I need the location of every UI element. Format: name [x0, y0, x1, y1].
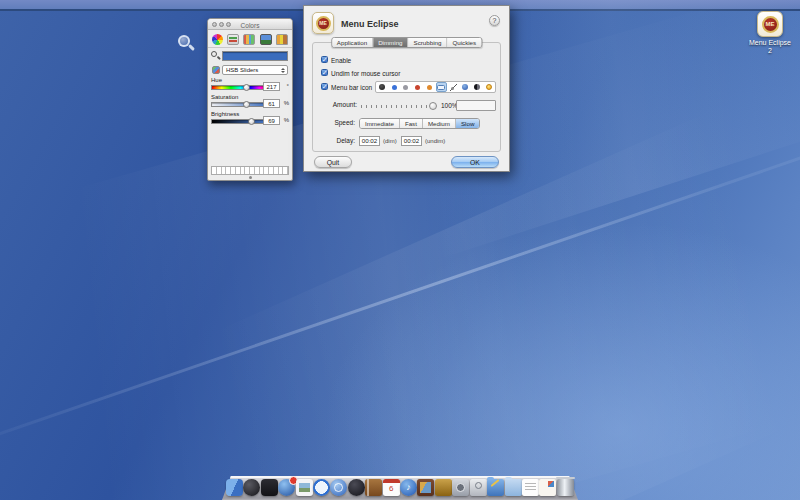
brightness-slider[interactable]	[211, 119, 270, 124]
saturation-slider-thumb[interactable]	[243, 101, 250, 108]
menu-rect-option[interactable]	[436, 82, 447, 92]
yellow-sun-icon	[486, 84, 492, 90]
saturation-slider[interactable]	[211, 102, 270, 107]
red-asterisk-option[interactable]	[412, 82, 423, 92]
safari-icon[interactable]	[313, 479, 330, 496]
photo-box-icon[interactable]	[417, 479, 434, 496]
resize-handle[interactable]	[249, 176, 252, 179]
desktop-icon-menu-eclipse[interactable]: ME Menu Eclipse 2	[742, 11, 798, 55]
hue-label: Hue	[211, 77, 222, 83]
color-palettes-icon[interactable]	[243, 34, 255, 45]
quit-button[interactable]: Quit	[314, 156, 352, 168]
speed-slow-button[interactable]: Slow	[456, 119, 479, 128]
swatch-cell[interactable]	[283, 167, 288, 174]
imovie-icon[interactable]	[435, 479, 452, 496]
itunes-icon[interactable]: ♪	[400, 479, 417, 496]
brightness-value[interactable]: 69	[263, 116, 280, 125]
brightness-slider-thumb[interactable]	[248, 118, 255, 125]
tab-dimming[interactable]: Dimming	[373, 38, 408, 47]
preview-icon[interactable]	[296, 479, 313, 496]
yellow-sun-option[interactable]	[483, 82, 494, 92]
network-globe-icon[interactable]	[278, 479, 295, 496]
desktop-icon-label: Menu Eclipse 2	[742, 39, 798, 55]
amount-label: Amount:	[319, 101, 357, 108]
ical-icon[interactable]: 6	[383, 479, 400, 496]
quicktime-icon[interactable]	[330, 479, 347, 496]
hue-slider-thumb[interactable]	[243, 84, 250, 91]
dark-badge-option[interactable]	[377, 82, 388, 92]
colors-toolbar	[208, 31, 292, 48]
speed-label: Speed:	[319, 119, 355, 126]
blue-globe-option[interactable]	[460, 82, 471, 92]
orange-asterisk-option[interactable]	[424, 82, 435, 92]
camera-icon[interactable]	[348, 479, 365, 496]
tab-quickies[interactable]: Quickies	[447, 38, 481, 47]
search-icon[interactable]	[211, 51, 221, 61]
tab-scrubbing[interactable]: Scrubbing	[409, 38, 448, 47]
ok-button[interactable]: OK	[451, 156, 499, 168]
terminal-icon[interactable]	[261, 479, 278, 496]
hue-value[interactable]: 217	[263, 82, 280, 91]
select-arrows-icon	[279, 67, 286, 74]
dimming-group-box: ✓ Enable ✓ Undim for mouse cursor ✓ Menu…	[312, 42, 501, 152]
trash-icon[interactable]	[557, 479, 574, 496]
tab-bar: Application Dimming Scrubbing Quickies	[331, 37, 482, 48]
hue-slider[interactable]	[211, 85, 270, 90]
gray-asterisk-option[interactable]	[400, 82, 411, 92]
dark-moon-icon	[474, 84, 480, 90]
sysprefs-icon[interactable]	[452, 479, 469, 496]
speed-fast-button[interactable]: Fast	[400, 119, 423, 128]
enable-label: Enable	[331, 57, 351, 64]
amount-color-well[interactable]	[456, 100, 496, 111]
textedit-icon[interactable]	[522, 479, 539, 496]
menu-rect-icon	[437, 85, 445, 90]
colors-window-title: Colors	[208, 22, 292, 29]
selected-color-swatch[interactable]	[222, 51, 288, 61]
color-swatch-row[interactable]	[211, 166, 289, 175]
colors-titlebar[interactable]: Colors	[208, 19, 292, 30]
menu-eclipse-window: ME Menu Eclipse ? Application Dimming Sc…	[303, 5, 510, 172]
window-title: Menu Eclipse	[341, 19, 399, 29]
color-mode-value: HSB Sliders	[226, 67, 258, 73]
red-asterisk-icon	[415, 85, 420, 90]
help-button[interactable]: ?	[489, 15, 500, 26]
crayons-icon[interactable]	[276, 34, 288, 45]
saturation-label: Saturation	[211, 94, 238, 100]
delay-undim-caption: (undim)	[425, 138, 445, 144]
amount-slider-track[interactable]	[361, 105, 433, 108]
magnifier-handle	[188, 44, 195, 51]
dark-moon-option[interactable]	[471, 82, 482, 92]
image-palettes-icon[interactable]	[260, 34, 272, 45]
color-mode-icon[interactable]	[212, 66, 220, 74]
color-mode-select[interactable]: HSB Sliders	[222, 65, 288, 75]
speed-segmented-control: Immediate Fast Medium Slow	[359, 118, 480, 129]
slider-diagonal-icon	[450, 84, 457, 91]
address-book-icon[interactable]	[365, 479, 382, 496]
wallpaper-glow	[320, 220, 800, 500]
menu-eclipse-app-icon[interactable]: ME	[757, 11, 783, 37]
color-wheel-icon[interactable]	[212, 34, 223, 45]
enable-checkbox[interactable]: ✓	[321, 56, 328, 63]
delay-dim-field[interactable]: 00:02	[359, 136, 380, 146]
finder-icon[interactable]	[226, 479, 243, 496]
undim-label: Undim for mouse cursor	[331, 70, 400, 77]
slider-diagonal-option[interactable]	[448, 82, 459, 92]
blue-asterisk-option[interactable]	[389, 82, 400, 92]
undim-checkbox[interactable]: ✓	[321, 69, 328, 76]
dashboard-icon[interactable]	[243, 479, 260, 496]
color-sliders-icon[interactable]	[227, 34, 239, 45]
desktop-icon-label-line1: Menu Eclipse	[742, 39, 798, 47]
amount-slider-thumb[interactable]	[429, 102, 437, 110]
apps-folder-icon[interactable]	[487, 479, 504, 496]
saturation-value[interactable]: 61	[263, 99, 280, 108]
dock-icons: 6♪	[226, 476, 574, 496]
blue-globe-icon	[462, 84, 468, 90]
docs-folder-icon[interactable]	[505, 479, 522, 496]
menu-bar-icon-checkbox[interactable]: ✓	[321, 83, 328, 90]
keychain-icon[interactable]	[470, 479, 487, 496]
delay-undim-field[interactable]: 00:02	[401, 136, 422, 146]
speed-medium-button[interactable]: Medium	[423, 119, 456, 128]
stamp-doc-icon[interactable]	[539, 479, 556, 496]
speed-immediate-button[interactable]: Immediate	[360, 119, 400, 128]
tab-application[interactable]: Application	[332, 38, 373, 47]
